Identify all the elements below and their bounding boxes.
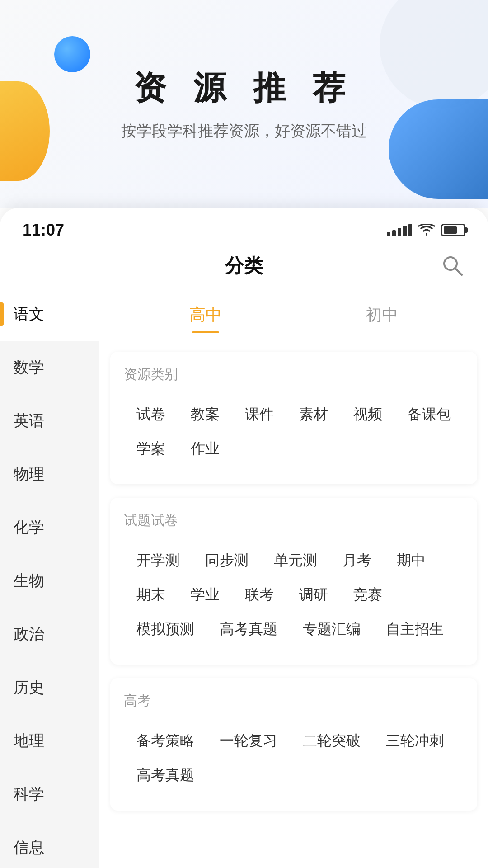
- battery-icon: [441, 224, 465, 236]
- sidebar-item-shuxue[interactable]: 数学: [0, 341, 99, 394]
- tag-beikebao[interactable]: 备课包: [395, 397, 464, 432]
- tag-kaixuece[interactable]: 开学测: [124, 543, 192, 578]
- status-time: 11:07: [23, 221, 64, 240]
- sidebar-item-shengwu[interactable]: 生物: [0, 554, 99, 608]
- search-icon: [441, 254, 465, 278]
- tag-gaokao-zhenti[interactable]: 高考真题: [207, 612, 290, 646]
- tag-zizhuzhaousheng[interactable]: 自主招生: [373, 612, 456, 646]
- sidebar-item-wuli[interactable]: 物理: [0, 448, 99, 501]
- tag-jingsai[interactable]: 竞赛: [341, 578, 395, 612]
- right-content-panel: 高中 初中 资源类别 试卷 教案 课件 素材 视频 备课包 学案 作业: [99, 288, 488, 868]
- hero-subtitle: 按学段学科推荐资源，好资源不错过: [121, 121, 367, 142]
- blue-dot-decoration: [54, 36, 90, 72]
- resource-type-tags: 试卷 教案 课件 素材 视频 备课包 学案 作业: [124, 397, 464, 466]
- search-button[interactable]: [440, 253, 465, 278]
- tab-chuzhong[interactable]: 初中: [294, 297, 470, 333]
- wifi-icon: [418, 224, 435, 236]
- tag-qizhong[interactable]: 期中: [384, 543, 438, 578]
- tag-shijuan[interactable]: 试卷: [124, 397, 178, 432]
- phone-frame: 11:07 分类: [0, 208, 488, 868]
- sidebar-item-dili[interactable]: 地理: [0, 714, 99, 768]
- svg-line-1: [455, 268, 462, 275]
- tag-sanlunchongci[interactable]: 三轮冲刺: [373, 724, 456, 758]
- exam-type-tags: 开学测 同步测 单元测 月考 期中 期末 学业 联考 调研 竞赛 模拟预测 高考…: [124, 543, 464, 646]
- status-bar: 11:07: [0, 208, 488, 244]
- blue-circle-bottom-right: [389, 99, 488, 199]
- tag-jiaoan[interactable]: 教案: [178, 397, 232, 432]
- subject-sidebar: 语文 数学 英语 物理 化学 生物 政治 历史: [0, 288, 99, 868]
- resource-type-section: 资源类别 试卷 教案 课件 素材 视频 备课包 学案 作业: [110, 352, 477, 484]
- sidebar-item-yingyu[interactable]: 英语: [0, 394, 99, 448]
- gaokao-title: 高考: [124, 692, 464, 710]
- tag-zhuantihubain[interactable]: 专题汇编: [290, 612, 373, 646]
- tag-tongbuce[interactable]: 同步测: [192, 543, 261, 578]
- level-tabs: 高中 初中: [99, 288, 488, 338]
- resource-type-title: 资源类别: [124, 365, 464, 384]
- page-title: 分类: [225, 253, 263, 278]
- sidebar-item-lishi[interactable]: 历史: [0, 661, 99, 714]
- tag-erluntupo[interactable]: 二轮突破: [290, 724, 373, 758]
- tag-qimo[interactable]: 期末: [124, 578, 178, 612]
- tag-yuekao[interactable]: 月考: [330, 543, 384, 578]
- tab-gaozhong[interactable]: 高中: [117, 297, 294, 333]
- tag-liankao[interactable]: 联考: [232, 578, 286, 612]
- tag-zuoye[interactable]: 作业: [178, 432, 232, 466]
- tag-yilunfuxi[interactable]: 一轮复习: [207, 724, 290, 758]
- tag-danyuance[interactable]: 单元测: [261, 543, 330, 578]
- bg-circle-top-right: [380, 0, 488, 108]
- exam-type-title: 试题试卷: [124, 511, 464, 530]
- tag-xueye[interactable]: 学业: [178, 578, 232, 612]
- exam-type-section: 试题试卷 开学测 同步测 单元测 月考 期中 期末 学业 联考 调研 竞赛 模拟…: [110, 498, 477, 665]
- sidebar-item-kexue[interactable]: 科学: [0, 768, 99, 821]
- sidebar-item-huaxue[interactable]: 化学: [0, 501, 99, 554]
- tag-beikaocelue[interactable]: 备考策略: [124, 724, 207, 758]
- sidebar-item-zhengzhi[interactable]: 政治: [0, 608, 99, 661]
- tag-moniyuce[interactable]: 模拟预测: [124, 612, 207, 646]
- gaokao-section: 高考 备考策略 一轮复习 二轮突破 三轮冲刺 高考真题: [110, 678, 477, 811]
- status-icons: [387, 224, 465, 236]
- signal-icon: [387, 224, 412, 236]
- yellow-half-decoration: [0, 81, 50, 181]
- hero-section: 资 源 推 荐 按学段学科推荐资源，好资源不错过: [0, 0, 488, 208]
- top-navigation: 分类: [0, 244, 488, 288]
- tag-diaoyan[interactable]: 调研: [286, 578, 341, 612]
- tag-kejian[interactable]: 课件: [232, 397, 286, 432]
- tag-gaokao-zhenti2[interactable]: 高考真题: [124, 758, 207, 793]
- sidebar-item-xinxi[interactable]: 信息: [0, 821, 99, 868]
- tag-xuean[interactable]: 学案: [124, 432, 178, 466]
- gaokao-tags: 备考策略 一轮复习 二轮突破 三轮冲刺 高考真题: [124, 724, 464, 793]
- sidebar-item-yuwen[interactable]: 语文: [0, 288, 99, 341]
- main-content: 语文 数学 英语 物理 化学 生物 政治 历史: [0, 288, 488, 868]
- tag-sucai[interactable]: 素材: [286, 397, 341, 432]
- hero-title: 资 源 推 荐: [134, 66, 354, 110]
- tag-shipin[interactable]: 视频: [341, 397, 395, 432]
